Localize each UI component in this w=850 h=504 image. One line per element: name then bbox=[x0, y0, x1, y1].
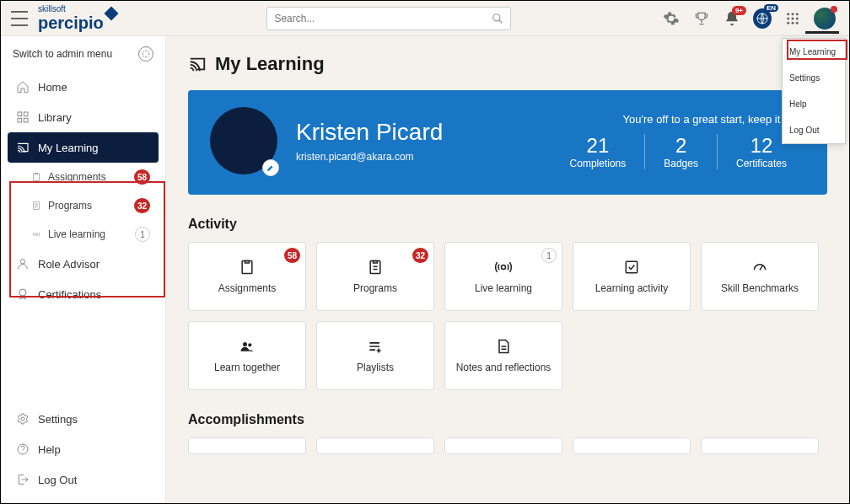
nav-settings-label: Settings bbox=[38, 413, 78, 426]
edit-avatar-icon[interactable] bbox=[262, 159, 279, 176]
people-icon bbox=[239, 338, 256, 355]
trophy-icon[interactable] bbox=[692, 9, 711, 28]
nav-my-learning-label: My Learning bbox=[38, 142, 99, 154]
search-box[interactable] bbox=[266, 7, 511, 30]
svg-point-18 bbox=[35, 233, 38, 236]
accomplishment-card-placeholder[interactable] bbox=[188, 437, 306, 454]
dropdown-logout[interactable]: Log Out bbox=[783, 117, 845, 143]
brand-logo[interactable]: skillsoft percipio bbox=[38, 4, 116, 33]
nav-role-advisor[interactable]: Role Advisor bbox=[8, 249, 159, 279]
nav-settings[interactable]: Settings bbox=[8, 404, 159, 434]
nav-my-learning[interactable]: My Learning bbox=[8, 132, 159, 163]
accomplishment-card-placeholder[interactable] bbox=[701, 437, 819, 454]
dropdown-settings[interactable]: Settings bbox=[783, 65, 845, 91]
sidebar: Switch to admin menu Home Library My Lea… bbox=[1, 36, 166, 503]
card-skill-benchmarks[interactable]: Skill Benchmarks bbox=[701, 242, 819, 311]
profile-avatar[interactable] bbox=[210, 107, 277, 174]
profile-info: Kristen Picard kristen.picard@akara.com bbox=[296, 119, 533, 163]
admin-toggle[interactable]: Switch to admin menu bbox=[1, 36, 165, 72]
card-assignments-label: Assignments bbox=[218, 282, 277, 294]
svg-point-9 bbox=[787, 21, 789, 24]
accomplishment-card-placeholder[interactable] bbox=[573, 437, 691, 454]
svg-point-27 bbox=[243, 342, 247, 346]
user-avatar[interactable] bbox=[814, 8, 836, 29]
avatar-underline bbox=[805, 31, 839, 34]
cast-icon bbox=[16, 141, 30, 154]
nav-assignments-label: Assignments bbox=[48, 171, 106, 183]
svg-point-20 bbox=[19, 289, 26, 296]
svg-point-25 bbox=[502, 265, 506, 270]
playlist-icon bbox=[367, 338, 384, 355]
stat-completions[interactable]: 21 Completions bbox=[551, 134, 645, 169]
svg-point-7 bbox=[792, 17, 794, 19]
accomplishments-grid bbox=[188, 437, 827, 454]
accomplishment-card-placeholder[interactable] bbox=[316, 437, 434, 454]
nav-home[interactable]: Home bbox=[8, 72, 159, 102]
activity-grid: 58 Assignments 32 Programs 1 Live learni… bbox=[188, 242, 827, 390]
apps-grid-icon[interactable] bbox=[783, 9, 802, 28]
svg-point-8 bbox=[796, 17, 799, 19]
language-icon[interactable]: EN bbox=[753, 9, 772, 28]
sidebar-nav: Home Library My Learning Assignments 58 … bbox=[1, 72, 165, 309]
card-notes[interactable]: Notes and reflections bbox=[444, 321, 562, 390]
nav-certifications[interactable]: Certifications bbox=[8, 279, 159, 309]
card-notes-label: Notes and reflections bbox=[456, 362, 551, 373]
page-title: My Learning bbox=[215, 53, 325, 75]
search-input[interactable] bbox=[274, 13, 492, 24]
stat-badges[interactable]: 2 Badges bbox=[644, 134, 717, 169]
certifications-icon bbox=[16, 287, 30, 301]
nav-library[interactable]: Library bbox=[8, 102, 159, 132]
nav-assignments[interactable]: Assignments 58 bbox=[23, 163, 159, 191]
svg-point-3 bbox=[787, 13, 789, 15]
page-title-row: My Learning bbox=[188, 53, 827, 75]
card-benchmarks-label: Skill Benchmarks bbox=[721, 282, 799, 294]
accomplishment-card-placeholder[interactable] bbox=[444, 437, 562, 454]
nav-live-learning[interactable]: Live learning 1 bbox=[23, 220, 159, 249]
home-icon bbox=[16, 80, 30, 94]
library-icon bbox=[16, 110, 30, 124]
settings-gear-icon[interactable] bbox=[662, 9, 681, 28]
nav-programs-label: Programs bbox=[48, 200, 92, 212]
profile-email: kristen.picard@akara.com bbox=[296, 151, 533, 163]
dropdown-my-learning[interactable]: My Learning bbox=[783, 39, 845, 65]
card-learn-together[interactable]: Learn together bbox=[188, 321, 306, 390]
assignments-icon bbox=[31, 172, 41, 182]
clipboard-icon bbox=[239, 259, 256, 276]
card-programs-label: Programs bbox=[353, 282, 397, 294]
card-playlists[interactable]: Playlists bbox=[316, 321, 434, 390]
page-title-icon bbox=[188, 55, 207, 73]
dropdown-help[interactable]: Help bbox=[783, 91, 845, 117]
assignments-badge: 58 bbox=[134, 169, 150, 185]
nav-programs[interactable]: Programs 32 bbox=[23, 191, 159, 220]
user-dropdown: My Learning Settings Help Log Out bbox=[782, 38, 846, 144]
hamburger-menu-icon[interactable] bbox=[11, 11, 28, 26]
nav-library-label: Library bbox=[38, 111, 72, 124]
svg-line-1 bbox=[499, 19, 503, 23]
card-assignments[interactable]: 58 Assignments bbox=[188, 242, 306, 311]
main-content: My Learning Kristen Picard kristen.picar… bbox=[166, 36, 849, 503]
svg-point-5 bbox=[796, 13, 799, 15]
notes-icon bbox=[495, 338, 512, 355]
nav-help[interactable]: Help bbox=[8, 434, 159, 464]
svg-rect-14 bbox=[18, 118, 22, 122]
svg-point-4 bbox=[792, 13, 794, 15]
language-label: EN bbox=[764, 4, 778, 12]
svg-point-10 bbox=[792, 21, 794, 24]
card-learning-activity[interactable]: Learning activity bbox=[573, 242, 691, 311]
certs-number: 12 bbox=[736, 134, 787, 158]
profile-message: You're off to a great start, keep it up! bbox=[551, 113, 805, 126]
help-icon bbox=[16, 442, 30, 456]
profile-stats: You're off to a great start, keep it up!… bbox=[551, 113, 805, 169]
svg-rect-26 bbox=[626, 261, 637, 272]
card-programs[interactable]: 32 Programs bbox=[316, 242, 434, 311]
badges-label: Badges bbox=[664, 158, 698, 169]
nav-logout[interactable]: Log Out bbox=[8, 464, 159, 495]
card-assignments-badge: 58 bbox=[284, 248, 300, 263]
nav-logout-label: Log Out bbox=[38, 474, 77, 486]
nav-help-label: Help bbox=[38, 443, 61, 456]
notifications-icon[interactable]: 9+ bbox=[723, 9, 741, 28]
avatar-status-dot bbox=[831, 6, 837, 13]
search-icon[interactable] bbox=[492, 13, 503, 24]
card-live-learning[interactable]: 1 Live learning bbox=[444, 242, 562, 311]
logout-icon bbox=[16, 473, 30, 486]
